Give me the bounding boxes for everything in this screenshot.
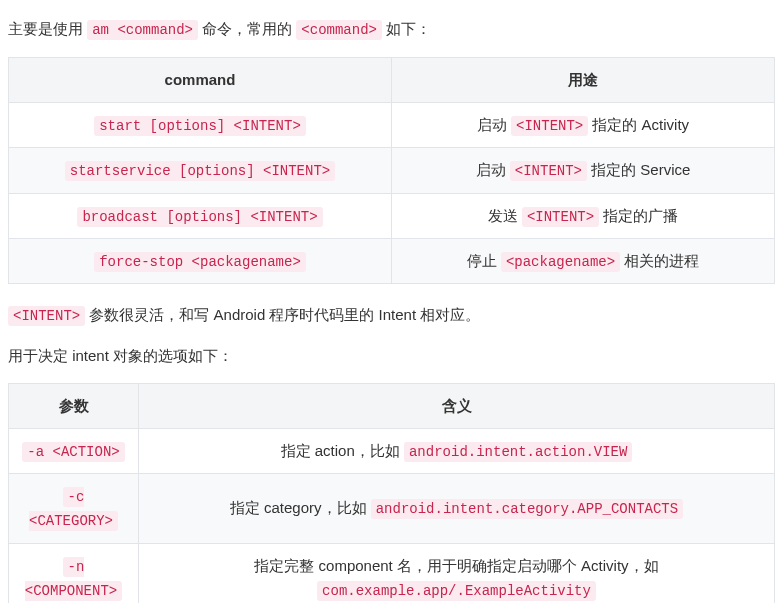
meaning-text: 指定完整 component 名，用于明确指定启动哪个 Activity，如 [254, 557, 658, 574]
usage-text: 指定的广播 [599, 207, 678, 224]
intent-paragraph: <INTENT> 参数很灵活，和写 Android 程序时代码里的 Intent… [8, 302, 775, 329]
usage-text: 启动 [477, 116, 511, 133]
table-header-param: 参数 [9, 383, 139, 428]
intro-code-am: am <command> [87, 20, 198, 40]
usage-text: 指定的 Service [587, 161, 690, 178]
options-intro-paragraph: 用于决定 intent 对象的选项如下： [8, 343, 775, 369]
meaning-code: android.intent.category.APP_CONTACTS [371, 499, 683, 519]
command-cell: broadcast [options] <INTENT> [9, 193, 392, 238]
meaning-cell: 指定完整 component 名，用于明确指定启动哪个 Activity，如 c… [139, 543, 775, 603]
command-code: force-stop <packagename> [94, 252, 306, 272]
table-header-usage: 用途 [392, 57, 775, 102]
command-code: start [options] <INTENT> [94, 116, 306, 136]
meaning-cell: 指定 action，比如 android.intent.action.VIEW [139, 428, 775, 473]
command-table: command 用途 start [options] <INTENT>启动 <I… [8, 57, 775, 285]
options-table: 参数 含义 -a <ACTION>指定 action，比如 android.in… [8, 383, 775, 603]
param-code: -c <CATEGORY> [29, 487, 118, 531]
options-intro-text: 用于决定 intent 对象的选项如下： [8, 347, 233, 364]
intro-code-command: <command> [296, 20, 382, 40]
table-row: -n <COMPONENT>指定完整 component 名，用于明确指定启动哪… [9, 543, 775, 603]
usage-code: <INTENT> [510, 161, 587, 181]
table-header-meaning: 含义 [139, 383, 775, 428]
usage-code: <INTENT> [511, 116, 588, 136]
meaning-text: 指定 category，比如 [230, 499, 371, 516]
table-row: start [options] <INTENT>启动 <INTENT> 指定的 … [9, 102, 775, 147]
usage-cell: 停止 <packagename> 相关的进程 [392, 238, 775, 283]
intro-text: 主要是使用 [8, 20, 87, 37]
table-row: broadcast [options] <INTENT>发送 <INTENT> … [9, 193, 775, 238]
table-row: -c <CATEGORY>指定 category，比如 android.inte… [9, 474, 775, 544]
param-code: -a <ACTION> [22, 442, 124, 462]
param-code: -n <COMPONENT> [25, 557, 122, 601]
usage-text: 发送 [488, 207, 522, 224]
table-row: startservice [options] <INTENT>启动 <INTEN… [9, 148, 775, 193]
usage-text: 启动 [476, 161, 510, 178]
intent-text: 参数很灵活，和写 Android 程序时代码里的 Intent 相对应。 [85, 306, 480, 323]
intro-paragraph: 主要是使用 am <command> 命令，常用的 <command> 如下： [8, 16, 775, 43]
usage-text: 停止 [467, 252, 501, 269]
intent-code: <INTENT> [8, 306, 85, 326]
usage-cell: 启动 <INTENT> 指定的 Service [392, 148, 775, 193]
usage-cell: 启动 <INTENT> 指定的 Activity [392, 102, 775, 147]
table-row: -a <ACTION>指定 action，比如 android.intent.a… [9, 428, 775, 473]
param-cell: -n <COMPONENT> [9, 543, 139, 603]
command-code: startservice [options] <INTENT> [65, 161, 335, 181]
meaning-cell: 指定 category，比如 android.intent.category.A… [139, 474, 775, 544]
meaning-code: android.intent.action.VIEW [404, 442, 632, 462]
command-code: broadcast [options] <INTENT> [77, 207, 322, 227]
usage-code: <packagename> [501, 252, 620, 272]
usage-cell: 发送 <INTENT> 指定的广播 [392, 193, 775, 238]
command-cell: start [options] <INTENT> [9, 102, 392, 147]
usage-code: <INTENT> [522, 207, 599, 227]
table-header-command: command [9, 57, 392, 102]
command-cell: force-stop <packagename> [9, 238, 392, 283]
param-cell: -a <ACTION> [9, 428, 139, 473]
param-cell: -c <CATEGORY> [9, 474, 139, 544]
usage-text: 指定的 Activity [588, 116, 689, 133]
meaning-text: 指定 action，比如 [281, 442, 404, 459]
table-row: force-stop <packagename>停止 <packagename>… [9, 238, 775, 283]
command-cell: startservice [options] <INTENT> [9, 148, 392, 193]
intro-text: 如下： [382, 20, 431, 37]
usage-text: 相关的进程 [620, 252, 699, 269]
intro-text: 命令，常用的 [198, 20, 296, 37]
meaning-code: com.example.app/.ExampleActivity [317, 581, 596, 601]
